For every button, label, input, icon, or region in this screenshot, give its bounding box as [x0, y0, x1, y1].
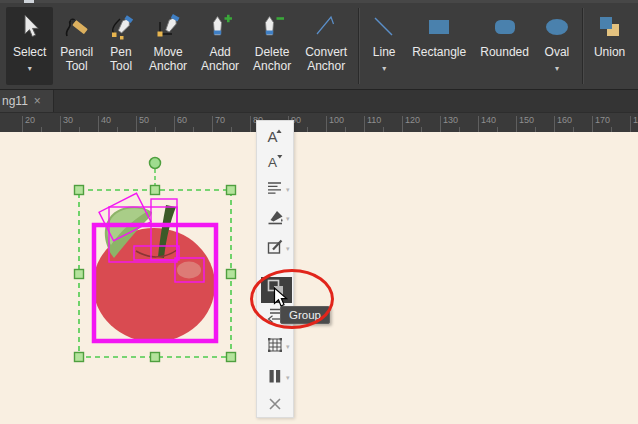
horizontal-ruler: 2030405060708090100110120130140150160170… — [0, 112, 638, 132]
tool-label: Union — [594, 46, 625, 60]
svg-text:A: A — [268, 128, 278, 145]
handle-top-left[interactable] — [75, 186, 84, 195]
chevron-down-icon[interactable]: ▾ — [286, 245, 290, 253]
handle-bottom-center[interactable] — [151, 353, 160, 362]
convert-anchor-icon — [312, 13, 340, 41]
chevron-down-icon[interactable]: ▾ — [286, 186, 290, 194]
ruler-label: 100 — [329, 115, 344, 125]
panel-button-close[interactable] — [257, 394, 293, 418]
panel-button-font-decrease[interactable]: A — [257, 151, 293, 175]
tool-label: DeleteAnchor — [253, 46, 291, 73]
ruler-label: 180 — [633, 115, 638, 125]
ruler-tick-major — [212, 116, 213, 132]
chevron-down-icon[interactable]: ▾ — [555, 64, 559, 73]
drawing-canvas[interactable] — [0, 132, 638, 424]
tool-rounded[interactable]: Rounded — [473, 7, 536, 85]
columns-icon — [265, 366, 285, 390]
tool-label: Select — [13, 46, 46, 60]
toolbar-separator — [358, 8, 359, 84]
panel-button-fill-color[interactable]: ▾ — [257, 207, 293, 231]
add-anchor-icon — [206, 13, 234, 41]
ruler-tick-major — [60, 116, 61, 132]
rounded-icon — [491, 13, 519, 41]
panel-button-stroke-color[interactable]: ▾ — [257, 237, 293, 261]
toolbar-separator — [582, 8, 583, 84]
rotation-handle[interactable] — [150, 158, 161, 169]
ruler-tick-major — [22, 116, 23, 132]
stroke-color-icon — [265, 237, 285, 261]
ruler-label: 20 — [25, 115, 35, 125]
handle-bottom-right[interactable] — [227, 353, 236, 362]
ruler-label: 120 — [405, 115, 420, 125]
line-icon — [370, 13, 398, 41]
tool-label: Oval — [545, 46, 570, 60]
tool-rectangle[interactable]: Rectangle — [405, 7, 473, 85]
window-top-edge — [0, 0, 638, 3]
handle-mid-left[interactable] — [75, 270, 84, 279]
tool-select[interactable]: Select▾ — [6, 7, 53, 85]
delete-anchor-icon — [258, 13, 286, 41]
handle-mid-right[interactable] — [227, 270, 236, 279]
tool-union[interactable]: Union — [587, 7, 632, 85]
panel-button-group[interactable] — [261, 277, 292, 303]
panel-button-font-increase[interactable]: A — [257, 126, 293, 150]
font-increase-icon: A — [265, 126, 285, 150]
pen-icon — [107, 13, 135, 41]
tool-label: Rectangle — [412, 46, 466, 60]
tool-oval[interactable]: Oval▾ — [536, 7, 578, 85]
tool-label: PencilTool — [60, 46, 93, 73]
tab-drawing11[interactable]: ng11 × — [0, 90, 54, 112]
ruler-label: 140 — [481, 115, 496, 125]
tool-line[interactable]: Line▾ — [363, 7, 405, 85]
handle-top-right[interactable] — [227, 186, 236, 195]
ruler-label: 110 — [367, 115, 381, 125]
tool-label: ConvertAnchor — [305, 46, 347, 73]
ruler-tick-major — [402, 116, 403, 132]
ruler-label: 30 — [63, 115, 73, 125]
tool-label: Line — [373, 46, 396, 60]
ruler-tick-major — [326, 116, 327, 132]
highlight-ellipse-shape — [177, 262, 201, 279]
tool-convert-anchor[interactable]: ConvertAnchor — [298, 7, 354, 85]
handle-top-center[interactable] — [151, 186, 160, 195]
tool-delete-anchor[interactable]: DeleteAnchor — [246, 7, 298, 85]
tab-close-icon[interactable]: × — [34, 95, 41, 107]
handle-bottom-left[interactable] — [75, 353, 84, 362]
ruler-tick-major — [516, 116, 517, 132]
tool-pencil[interactable]: PencilTool — [53, 7, 100, 85]
svg-text:A: A — [268, 155, 277, 170]
pencil-icon — [63, 13, 91, 41]
chevron-down-icon[interactable]: ▾ — [28, 64, 32, 73]
panel-button-text-align[interactable]: ▾ — [257, 178, 293, 202]
panel-button-grid[interactable]: ▾ — [257, 335, 293, 359]
tab-label: ng11 — [2, 94, 28, 108]
oval-icon — [543, 13, 571, 41]
union-icon — [596, 13, 624, 41]
floating-tools-panel: AA▾▾▾▾▾ — [256, 120, 294, 418]
group-icon — [266, 278, 286, 302]
rectangle-icon — [425, 13, 453, 41]
fill-color-icon — [265, 207, 285, 231]
ruler-tick-major — [364, 116, 365, 132]
grid-icon — [265, 335, 285, 359]
window-top-notch — [24, 0, 34, 3]
ruler-tick-major — [98, 116, 99, 132]
chevron-down-icon[interactable]: ▾ — [286, 374, 290, 382]
ruler-label: 150 — [519, 115, 534, 125]
chevron-down-icon[interactable]: ▾ — [286, 343, 290, 351]
chevron-down-icon[interactable]: ▾ — [286, 215, 290, 223]
ruler-tick-major — [630, 116, 631, 132]
group-tooltip-label: Group — [289, 309, 321, 321]
chevron-down-icon[interactable]: ▾ — [382, 64, 386, 73]
document-tab-bar: ng11 × — [0, 90, 638, 112]
ruler-tick-major — [554, 116, 555, 132]
ruler-label: 60 — [177, 115, 187, 125]
tool-move-anchor[interactable]: MoveAnchor — [142, 7, 194, 85]
group-tooltip: Group — [280, 306, 330, 324]
panel-button-columns[interactable]: ▾ — [257, 366, 293, 390]
tool-pen[interactable]: PenTool — [100, 7, 142, 85]
ruler-label: 40 — [101, 115, 111, 125]
tool-add-anchor[interactable]: AddAnchor — [194, 7, 246, 85]
move-anchor-icon — [154, 13, 182, 41]
ruler-tick-major — [478, 116, 479, 132]
